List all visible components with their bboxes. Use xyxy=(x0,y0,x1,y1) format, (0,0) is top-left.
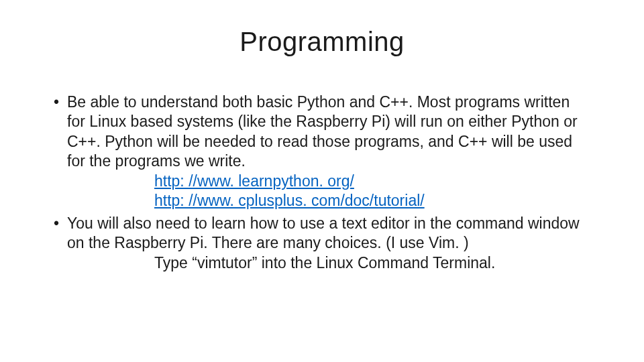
link-line-1: http: //www. learnpython. org/ xyxy=(67,172,590,191)
slide: Programming Be able to understand both b… xyxy=(0,0,644,362)
bullet-1-text: Be able to understand both basic Python … xyxy=(67,93,578,170)
learnpython-link[interactable]: http: //www. learnpython. org/ xyxy=(154,172,354,190)
bullet-item-2: You will also need to learn how to use a… xyxy=(54,214,590,273)
link-line-2: http: //www. cplusplus. com/doc/tutorial… xyxy=(67,191,590,210)
bullet-2-sub: Type “vimtutor” into the Linux Command T… xyxy=(67,253,590,273)
bullet-2-text: You will also need to learn how to use a… xyxy=(67,215,580,251)
bullet-item-1: Be able to understand both basic Python … xyxy=(54,93,590,211)
cplusplus-link[interactable]: http: //www. cplusplus. com/doc/tutorial… xyxy=(154,192,425,209)
slide-title: Programming xyxy=(0,27,644,57)
slide-body: Be able to understand both basic Python … xyxy=(54,93,590,276)
bullet-list: Be able to understand both basic Python … xyxy=(54,93,590,273)
